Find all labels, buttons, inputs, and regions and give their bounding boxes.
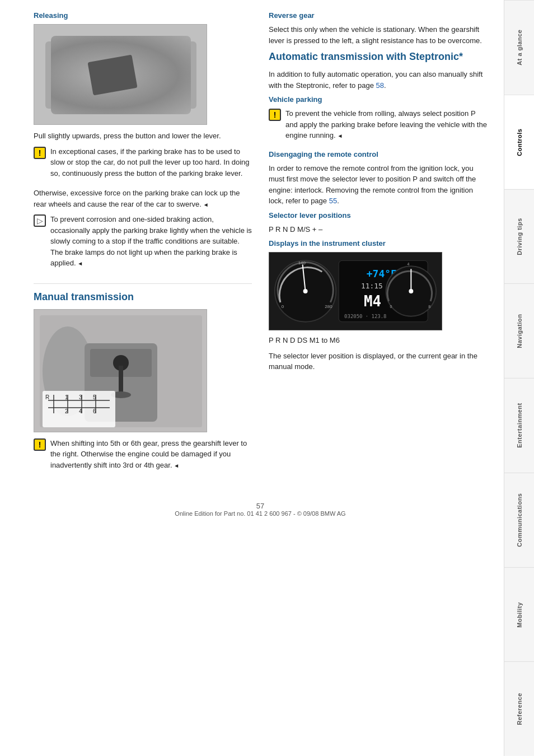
svg-rect-9 <box>85 95 118 99</box>
instrument-cluster-image: 0 140 280 +74°F 11:15 am M4 <box>269 252 442 330</box>
svg-rect-18 <box>119 366 123 394</box>
svg-text:6: 6 <box>93 408 96 414</box>
sidebar-tab-driving-tips[interactable]: Driving tips <box>504 189 534 284</box>
svg-rect-0 <box>34 25 207 125</box>
auto-transmission-heading: Automatic transmission with Steptronic* <box>269 50 487 63</box>
left-column: Releasing <box>34 11 252 479</box>
reverse-gear-heading: Reverse gear <box>269 11 487 20</box>
auto-transmission-text: In addition to fully automatic operation… <box>269 69 487 91</box>
svg-point-5 <box>97 53 111 66</box>
parking-brake-svg <box>34 25 207 125</box>
warning-box-manual: ! When shifting into 5th or 6th gear, pr… <box>34 438 252 475</box>
svg-rect-8 <box>79 92 163 109</box>
selector-positions: P R N D M/S + – <box>269 224 487 235</box>
svg-rect-10 <box>124 95 157 99</box>
manual-trans-svg: R 1 3 5 2 4 6 <box>34 310 207 432</box>
sidebar-tab-entertainment[interactable]: Entertainment <box>504 378 534 473</box>
svg-text:R: R <box>45 394 49 400</box>
disengaging-text: In order to remove the remote control fr… <box>269 163 487 207</box>
footer-text: Online Edition for Part no. 01 41 2 600 … <box>34 510 487 517</box>
instrument-svg: 0 140 280 +74°F 11:15 am M4 <box>269 252 442 330</box>
section-divider <box>34 283 252 284</box>
right-column: Reverse gear Select this only when the v… <box>269 11 487 479</box>
auto-transmission-link[interactable]: 58 <box>376 81 384 90</box>
sidebar-tab-communications[interactable]: Communications <box>504 473 534 567</box>
sidebar-tab-navigation[interactable]: Navigation <box>504 283 534 378</box>
svg-rect-3 <box>57 53 185 97</box>
svg-point-51 <box>409 289 413 293</box>
displays-heading: Displays in the instrument cluster <box>269 239 487 248</box>
instrument-text: The selector lever position is displayed… <box>269 351 487 372</box>
vehicle-parking-warning: ! To prevent the vehicle from rolling, a… <box>269 108 487 146</box>
back-arrow-2: ◄ <box>76 260 83 267</box>
svg-text:140: 140 <box>298 261 306 266</box>
svg-text:0: 0 <box>390 305 392 309</box>
parking-brake-image <box>34 24 207 125</box>
vehicle-parking-text: To prevent the vehicle from rolling, alw… <box>285 108 487 141</box>
svg-text:1: 1 <box>65 394 68 400</box>
vehicle-parking-icon: ! <box>269 109 281 121</box>
svg-text:3: 3 <box>79 394 82 400</box>
manual-transmission-heading: Manual transmission <box>34 291 252 304</box>
svg-point-6 <box>101 57 107 62</box>
releasing-text2: Otherwise, excessive force on the parkin… <box>34 188 252 209</box>
back-arrow-parking: ◄ <box>336 133 343 139</box>
svg-text:032050 · 123.8: 032050 · 123.8 <box>344 314 386 319</box>
note-box-1: ▷ To prevent corrosion and one-sided bra… <box>34 214 252 273</box>
disengaging-heading: Disengaging the remote control <box>269 150 487 158</box>
warning-text-1: In exceptional cases, if the parking bra… <box>50 146 252 179</box>
svg-point-1 <box>54 36 188 114</box>
svg-point-40 <box>303 289 308 293</box>
page-number: 57 <box>34 502 487 510</box>
releasing-heading: Releasing <box>34 11 252 20</box>
svg-rect-4 <box>99 58 114 101</box>
svg-text:5: 5 <box>93 394 96 400</box>
svg-text:4: 4 <box>407 263 409 267</box>
svg-text:2: 2 <box>65 408 68 414</box>
back-arrow-1: ◄ <box>202 202 209 208</box>
warning-icon-manual: ! <box>34 438 46 451</box>
right-sidebar: At a glance Controls Driving tips Naviga… <box>504 0 534 756</box>
selector-lever-heading: Selector lever positions <box>269 211 487 220</box>
svg-point-7 <box>93 93 121 102</box>
svg-rect-2 <box>45 41 196 109</box>
svg-text:280: 280 <box>325 304 332 309</box>
manual-transmission-image: R 1 3 5 2 4 6 <box>34 309 207 432</box>
releasing-text1: Pull slightly upwards, press the button … <box>34 130 252 142</box>
manual-warning-text: When shifting into 5th or 6th gear, pres… <box>50 438 252 471</box>
back-arrow-manual: ◄ <box>172 463 180 469</box>
sidebar-tab-mobility[interactable]: Mobility <box>504 567 534 662</box>
note-icon-1: ▷ <box>34 214 46 227</box>
sidebar-tab-at-a-glance[interactable]: At a glance <box>504 0 534 95</box>
instrument-positions: P R N D DS M1 to M6 <box>269 335 487 346</box>
sidebar-tab-reference[interactable]: Reference <box>504 661 534 756</box>
reverse-gear-text: Select this only when the vehicle is sta… <box>269 24 487 46</box>
svg-text:4: 4 <box>79 408 82 414</box>
svg-text:8: 8 <box>428 305 430 309</box>
sidebar-tab-controls[interactable]: Controls <box>504 95 534 189</box>
svg-text:0: 0 <box>282 304 284 309</box>
disengaging-link[interactable]: 55 <box>329 197 337 205</box>
warning-box-1: ! In exceptional cases, if the parking b… <box>34 146 252 184</box>
warning-icon-1: ! <box>34 147 46 159</box>
note-text-1: To prevent corrosion and one-sided braki… <box>50 214 252 269</box>
svg-text:M4: M4 <box>364 293 381 310</box>
page-footer: 57 Online Edition for Part no. 01 41 2 6… <box>34 496 487 517</box>
vehicle-parking-heading: Vehicle parking <box>269 95 487 104</box>
